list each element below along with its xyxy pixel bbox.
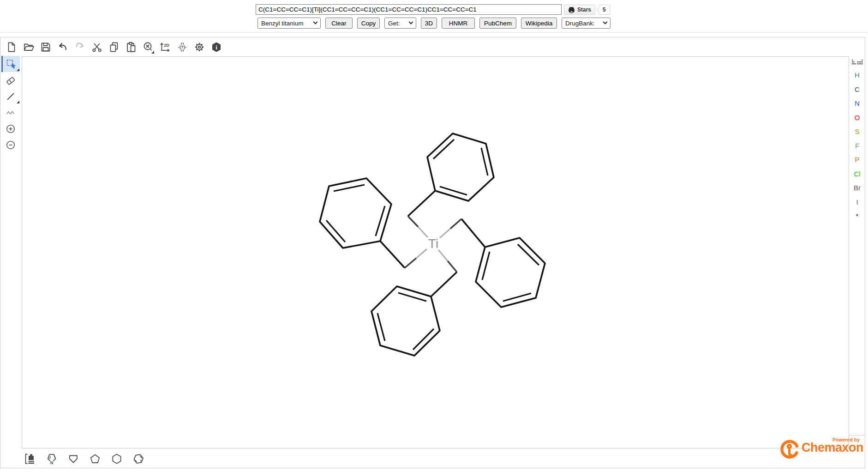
header-actions: Benzyl titanium Clear Copy Get: 3D HNMR … (257, 18, 611, 29)
zoom-in-tool[interactable] (1, 121, 20, 137)
github-stars-count[interactable]: 5 (599, 5, 610, 15)
benzene-ring-left (320, 178, 391, 248)
element-n[interactable]: N (849, 97, 865, 111)
undo-icon[interactable] (56, 40, 69, 54)
dropdown-corner-icon (151, 51, 154, 54)
benzene-ring-bottom (371, 286, 440, 356)
smiles-input[interactable] (256, 4, 562, 15)
cyclopentadiene-template-icon[interactable] (66, 452, 81, 466)
element-o[interactable]: O (849, 111, 865, 125)
header-divider (0, 32, 868, 33)
save-icon[interactable] (39, 40, 52, 54)
drugbank-select-value: DrugBank: (565, 20, 595, 27)
chemaxon-branding: Powered by Chemaxon (779, 437, 863, 462)
copy-button[interactable]: Copy (357, 18, 380, 29)
pubchem-button[interactable]: PubChem (479, 18, 516, 29)
get-select[interactable]: Get: (384, 18, 416, 29)
clear-canvas-icon[interactable] (142, 40, 155, 54)
cut-icon[interactable] (90, 40, 103, 54)
benzene-ring-top (427, 133, 494, 201)
element-f[interactable]: F (849, 139, 865, 153)
zoom-out-tool[interactable] (1, 137, 20, 153)
chevron-down-icon (409, 19, 413, 24)
left-toolbar (1, 56, 21, 153)
element-s[interactable]: S (849, 125, 865, 139)
new-document-icon[interactable] (5, 40, 18, 54)
compound-select-value: Benzyl titanium (261, 20, 304, 27)
redo-icon[interactable] (73, 40, 86, 54)
get-select-value: Get: (388, 20, 400, 27)
paste-icon[interactable] (125, 40, 138, 54)
titanium-atom-label: Ti (428, 236, 438, 251)
selection-tool[interactable] (1, 56, 20, 72)
element-any[interactable]: * (849, 209, 865, 224)
info-icon[interactable]: i (210, 40, 223, 54)
hnmr-button[interactable]: HNMR (442, 18, 475, 29)
dropdown-corner-icon (17, 101, 19, 103)
settings-gear-icon[interactable] (193, 40, 206, 54)
eraser-tool[interactable] (1, 72, 20, 88)
molecule-drawing: Ti (22, 56, 849, 448)
benzene-ring-right (476, 238, 545, 307)
view-3d-button[interactable]: 3D (421, 18, 437, 29)
github-stars-widget: Stars 5 (564, 5, 610, 15)
svg-text:-(?)-: -(?)- (178, 44, 186, 49)
copy-structure-icon[interactable] (108, 40, 120, 54)
compound-select[interactable]: Benzyl titanium (257, 18, 321, 29)
svg-text:i: i (216, 44, 217, 51)
chemaxon-logo-icon (779, 440, 800, 461)
brand-name: Chemaxon (802, 441, 863, 455)
element-cl[interactable]: Cl (849, 167, 865, 182)
open-file-icon[interactable] (22, 40, 35, 54)
periodic-table-icon[interactable] (849, 56, 865, 68)
github-stars-button[interactable]: Stars (564, 5, 595, 15)
pyrrole-template-icon[interactable]: N (44, 452, 59, 466)
github-icon (568, 6, 575, 13)
top-toolbar: 2D -(?)- i (5, 40, 223, 54)
chevron-down-icon (603, 19, 608, 24)
element-i[interactable]: I (849, 195, 865, 210)
clean-2d-icon[interactable]: 2D (159, 40, 172, 54)
element-c[interactable]: C (849, 83, 865, 97)
structure-editor: 2D -(?)- i (0, 37, 865, 468)
cyclohexane-template-icon[interactable] (109, 452, 124, 466)
wikipedia-button[interactable]: Wikipedia (521, 18, 557, 29)
valence-check-icon[interactable]: -(?)- (176, 40, 189, 54)
element-br[interactable]: Br (849, 181, 865, 195)
element-h[interactable]: H (849, 68, 865, 83)
element-p[interactable]: P (849, 153, 865, 167)
chain-tool[interactable] (1, 104, 20, 121)
bond-tool[interactable] (1, 88, 20, 104)
dropdown-corner-icon (17, 68, 19, 71)
cyclopentane-template-icon[interactable] (88, 452, 102, 466)
svg-text:2D: 2D (164, 43, 169, 48)
abbreviated-group-template-icon[interactable] (23, 452, 37, 466)
drugbank-select[interactable]: DrugBank: (562, 18, 611, 29)
github-stars-label: Stars (577, 6, 591, 13)
clear-button[interactable]: Clear (325, 18, 353, 29)
chevron-down-icon (313, 19, 318, 24)
template-toolbar: N (23, 452, 146, 466)
element-toolbar: H C N O S F P Cl Br I * (849, 56, 865, 436)
svg-text:N: N (50, 460, 54, 465)
benzene-template-icon[interactable] (131, 452, 146, 466)
